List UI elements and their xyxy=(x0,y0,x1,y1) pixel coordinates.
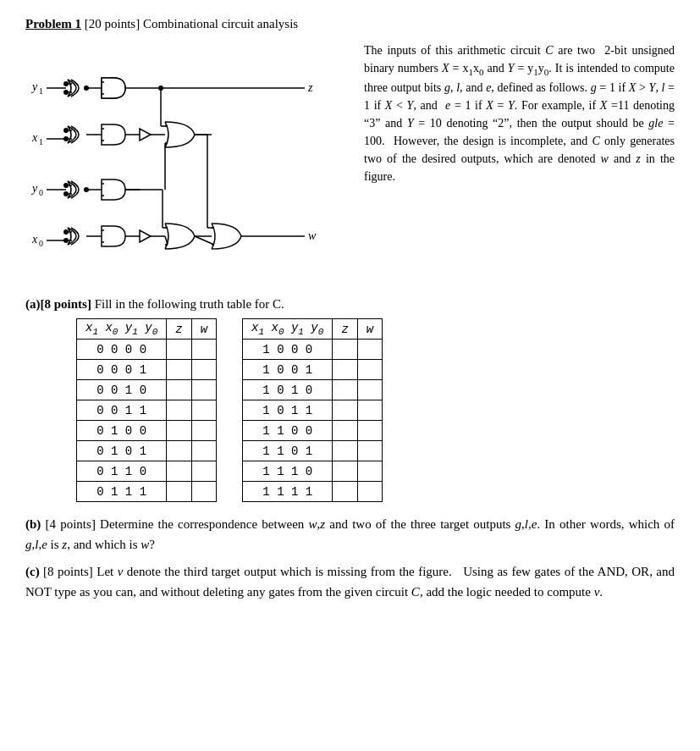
table-row: 0 1 1 0 xyxy=(77,461,217,482)
svg-point-76 xyxy=(63,191,69,196)
col-header-inputs-left: x1 x0 y1 y0 xyxy=(77,319,167,340)
description-text: The inputs of this arithmetic circuit C … xyxy=(364,41,675,282)
problem-title: Problem 1 [20 points] Combinational circ… xyxy=(25,17,675,31)
table-row: 0 0 0 0 xyxy=(77,340,217,360)
svg-text:y: y xyxy=(30,182,38,195)
svg-point-69 xyxy=(84,86,89,91)
svg-text:0: 0 xyxy=(39,188,43,197)
table-row: 0 0 1 1 xyxy=(77,400,217,421)
truth-table-section: x1 x0 y1 y0 z w 0 0 0 0 0 0 0 1 0 0 1 0 … xyxy=(25,318,675,502)
table-row: 0 0 1 0 xyxy=(77,380,217,400)
svg-point-73 xyxy=(63,128,69,133)
table-gap xyxy=(217,318,242,502)
table-row: 1 1 1 0 xyxy=(243,461,383,482)
svg-marker-41 xyxy=(140,230,151,242)
svg-text:1: 1 xyxy=(39,86,43,96)
svg-text:w: w xyxy=(308,229,317,242)
table-row: 1 0 1 1 xyxy=(243,400,383,421)
table-row: 1 0 0 0 xyxy=(243,340,383,360)
table-row: 0 1 0 1 xyxy=(77,441,217,461)
truth-table-right: x1 x0 y1 y0 z w 1 0 0 0 1 0 0 1 1 0 1 0 … xyxy=(242,318,383,502)
svg-point-74 xyxy=(63,136,69,141)
svg-point-77 xyxy=(63,229,69,235)
col-header-w-right: w xyxy=(357,319,382,340)
table-row: 0 1 0 0 xyxy=(77,421,217,441)
table-row: 1 1 0 1 xyxy=(243,441,383,461)
svg-text:0: 0 xyxy=(39,239,43,248)
part-b-text: (b) [4 points] Determine the corresponde… xyxy=(25,514,675,555)
table-row: 0 0 0 1 xyxy=(77,360,217,380)
svg-point-71 xyxy=(63,81,69,86)
svg-text:y: y xyxy=(30,80,38,93)
table-row: 1 0 0 1 xyxy=(243,360,383,380)
svg-text:x: x xyxy=(31,233,38,246)
svg-text:1: 1 xyxy=(39,137,43,146)
svg-marker-30 xyxy=(140,129,151,141)
svg-line-64 xyxy=(195,236,214,245)
table-row: 1 1 0 0 xyxy=(243,421,383,441)
col-header-z-left: z xyxy=(167,319,191,340)
circuit-svg: y 1 x 1 y 0 x 0 xyxy=(25,41,347,279)
svg-point-72 xyxy=(63,90,69,95)
svg-point-70 xyxy=(84,187,89,192)
svg-line-57 xyxy=(165,236,168,245)
tables-wrapper: x1 x0 y1 y0 z w 0 0 0 0 0 0 0 1 0 0 1 0 … xyxy=(76,318,675,502)
svg-point-66 xyxy=(158,86,163,91)
svg-point-78 xyxy=(63,238,69,243)
svg-text:x: x xyxy=(31,131,38,144)
svg-text:z: z xyxy=(307,81,313,94)
col-header-inputs-right: x1 x0 y1 y0 xyxy=(243,319,333,340)
part-a-label: (a)[8 points] Fill in the following trut… xyxy=(25,297,675,312)
truth-table-left: x1 x0 y1 y0 z w 0 0 0 0 0 0 0 1 0 0 1 0 … xyxy=(76,318,217,502)
table-row: 1 1 1 1 xyxy=(243,482,383,502)
svg-point-75 xyxy=(63,183,69,188)
part-c-text: (c) [8 points] Let v denote the third ta… xyxy=(25,561,675,602)
col-header-w-left: w xyxy=(191,319,216,340)
col-header-z-right: z xyxy=(333,319,357,340)
table-row: 0 1 1 1 xyxy=(77,482,217,502)
circuit-diagram: y 1 x 1 y 0 x 0 xyxy=(25,41,347,282)
table-row: 1 0 1 0 xyxy=(243,380,383,400)
